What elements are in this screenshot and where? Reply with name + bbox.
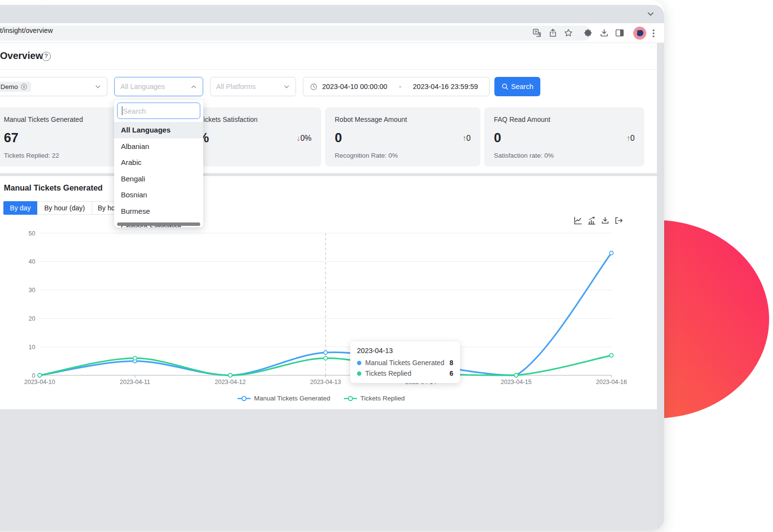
dropdown-horizontal-scrollbar[interactable] (117, 222, 200, 226)
stat-card-label: FAQ Read Amount (494, 116, 635, 123)
url-text[interactable]: t/insight/overview (0, 27, 53, 34)
x-axis-tick-label: 2023-04-15 (501, 379, 532, 385)
address-bar[interactable] (0, 26, 591, 41)
y-axis-tick-label: 40 (29, 258, 35, 265)
browser-window: t/insight/overview Overview ? Demo (0, 0, 664, 531)
stat-card-delta: ↑0 (462, 134, 471, 143)
extensions-puzzle-icon[interactable] (584, 29, 593, 37)
data-point (133, 356, 137, 360)
bot-tag: Demo (0, 82, 31, 92)
legend-marker-icon (344, 396, 357, 401)
data-point (514, 373, 518, 377)
arrow-down-icon: ↓ (297, 134, 300, 142)
tooltip-series-value: 8 (449, 359, 453, 367)
date-end[interactable]: 2023-04-16 23:59:59 (413, 83, 478, 90)
tooltip-row: Tickets Replied6 (357, 369, 453, 377)
chart-card: Manual Tickets Generated By dayBy hour (… (0, 176, 657, 409)
browser-url-row: t/insight/overview (0, 23, 664, 43)
data-point (609, 251, 613, 255)
bar-chart-icon[interactable] (587, 216, 596, 225)
stat-card-value: 0 (335, 131, 342, 146)
language-option[interactable]: Bengali (114, 171, 203, 187)
tooltip-row: Manual Tickets Generated8 (357, 359, 453, 367)
x-axis-tick-label: 2023-04-11 (119, 379, 150, 385)
x-axis-tick-label: 2023-04-16 (596, 379, 627, 385)
legend-item[interactable]: Tickets Replied (344, 395, 405, 402)
page-content: Overview ? Demo All Languages Al (0, 43, 664, 531)
export-chart-icon[interactable] (614, 216, 623, 225)
line-chart[interactable]: 010203040502023-04-102023-04-112023-04-1… (19, 229, 639, 391)
chart-tab-by-day[interactable]: By day (3, 201, 37, 215)
share-icon[interactable] (549, 29, 557, 37)
screenshot-stage: t/insight/overview Overview ? Demo (0, 0, 773, 532)
platform-select[interactable]: All Platforms (210, 77, 296, 96)
stat-card-value: 0 (494, 131, 501, 146)
language-select[interactable]: All Languages (114, 77, 203, 96)
stats-cards-row: Manual Tickets Generated67Tickets Replie… (0, 104, 657, 173)
clock-icon (310, 83, 317, 90)
x-axis-tick-label: 2023-04-10 (24, 379, 55, 385)
y-axis-tick-label: 0 (32, 372, 35, 379)
star-icon[interactable] (564, 29, 573, 37)
date-separator: - (392, 83, 408, 90)
help-icon[interactable]: ? (42, 52, 51, 61)
search-button[interactable]: Search (494, 77, 540, 96)
stat-card: Robot Message Amount0↑0Recognition Rate:… (325, 107, 480, 166)
language-option[interactable]: Arabic (114, 154, 203, 171)
dropdown-search-input[interactable]: Search (117, 103, 200, 119)
stat-card-delta: ↓0% (297, 134, 312, 143)
y-axis-tick-label: 30 (29, 287, 35, 294)
legend-item[interactable]: Manual Tickets Generated (238, 395, 330, 402)
data-point (324, 356, 327, 360)
translate-icon[interactable] (533, 29, 541, 37)
language-option[interactable]: Albanian (114, 138, 203, 155)
y-axis-tick-label: 50 (29, 230, 35, 237)
kebab-menu-icon[interactable] (649, 29, 658, 38)
x-axis-tick-label: 2023-04-13 (310, 379, 341, 385)
line-chart-icon[interactable] (574, 216, 582, 225)
language-option[interactable]: All Languages (114, 122, 203, 138)
y-axis-tick-label: 20 (29, 315, 35, 322)
x-axis-tick-label: 2023-04-12 (215, 379, 246, 385)
series-dot (357, 371, 361, 376)
series-dot (357, 361, 361, 365)
chart-title: Manual Tickets Generated (4, 183, 103, 192)
text-caret (122, 106, 122, 115)
data-point (609, 354, 613, 357)
download-icon[interactable] (600, 29, 609, 37)
filter-bar: Demo All Languages All Platforms 2023 (0, 70, 657, 104)
date-range-picker[interactable]: 2023-04-10 00:00:00 - 2023-04-16 23:59:5… (303, 77, 490, 96)
chart-tab-by-hour-day-[interactable]: By hour (day) (37, 201, 92, 215)
tag-close-icon[interactable] (21, 84, 27, 90)
tooltip-series-value: 6 (449, 369, 453, 377)
download-chart-icon[interactable] (601, 216, 609, 225)
stat-card-label: Robot Message Amount (335, 116, 471, 123)
tab-search-chevron-icon[interactable] (647, 10, 654, 18)
arrow-up-icon: ↑ (626, 134, 630, 142)
search-button-label: Search (511, 83, 534, 90)
stat-card: FAQ Read Amount0↑0Satisfaction rate: 0% (484, 107, 644, 166)
legend-label: Tickets Replied (360, 395, 405, 402)
sidebar-icon[interactable] (615, 29, 624, 37)
search-icon (502, 83, 508, 90)
bot-select[interactable]: Demo (0, 77, 107, 96)
chart-legend: Manual Tickets GeneratedTickets Replied (0, 395, 657, 402)
avatar-glyph (633, 27, 646, 40)
chart-tooltip: 2023-04-13 Manual Tickets Generated8Tick… (350, 341, 460, 383)
data-point (228, 373, 232, 377)
data-point (324, 351, 327, 355)
date-start[interactable]: 2023-04-10 00:00:00 (322, 83, 387, 90)
stat-card-subtext: Tickets Replied: 22 (4, 152, 59, 159)
tooltip-date: 2023-04-13 (357, 347, 453, 355)
language-select-value: All Languages (120, 83, 191, 90)
page-header: Overview ? (0, 43, 657, 70)
dropdown-search-placeholder: Search (123, 107, 146, 115)
page-scrollbar[interactable] (657, 43, 664, 531)
tooltip-series-label: Tickets Replied (365, 369, 449, 377)
language-list: All LanguagesAlbanianArabicBengaliBosnia… (114, 122, 203, 227)
profile-avatar[interactable] (633, 27, 646, 40)
language-option[interactable]: Bosnian (114, 187, 203, 203)
stat-card-subtext: Satisfaction rate: 0% (494, 152, 554, 159)
language-option[interactable]: Burmese (114, 203, 203, 220)
stat-card-value: 67 (4, 131, 18, 146)
